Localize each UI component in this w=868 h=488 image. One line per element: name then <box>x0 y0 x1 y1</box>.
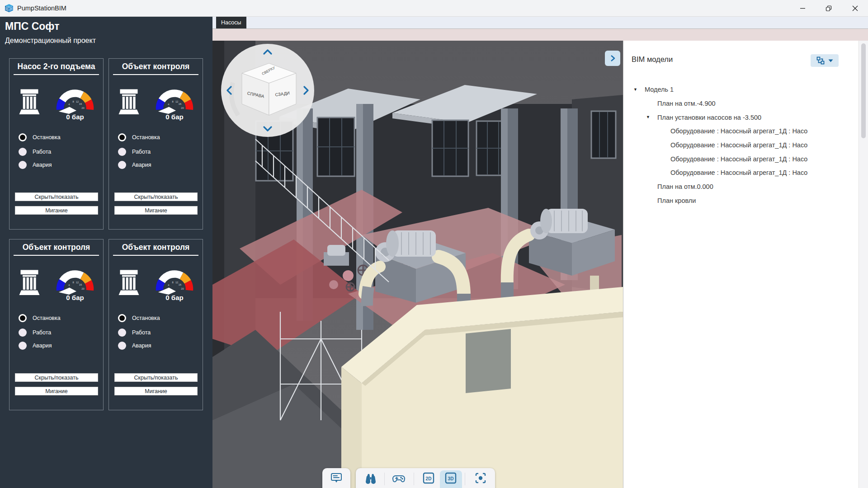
tree-node-plan[interactable]: План кровли <box>623 194 859 208</box>
radio-run[interactable]: Работа <box>19 148 51 156</box>
tree-node-model[interactable]: ▼ Модель 1 <box>623 83 859 97</box>
pump-panel-2: Объект контроля 4 8 12 16 20 0 бар Остан… <box>108 58 203 230</box>
gamepad-icon[interactable] <box>392 472 405 484</box>
radio-alarm[interactable]: Авария <box>19 342 52 350</box>
tree-node-equipment[interactable]: Оборудование : Насосный агрегат_1Д : Нас… <box>623 166 859 180</box>
3d-viewport[interactable]: СВЕРХУ СПРАВА СЗАДИ <box>212 41 623 488</box>
svg-text:4: 4 <box>68 103 70 106</box>
radio-dot[interactable] <box>19 161 27 169</box>
annotation-toolbar <box>322 468 350 488</box>
title-underline <box>113 74 198 75</box>
svg-text:12: 12 <box>175 100 178 103</box>
pressure-value: 0 бар <box>52 294 98 301</box>
svg-text:16: 16 <box>79 103 82 105</box>
svg-text:20: 20 <box>81 287 84 290</box>
close-button[interactable] <box>842 0 868 17</box>
radio-run[interactable]: Работа <box>118 148 151 156</box>
3d-view-icon[interactable]: 3D <box>444 472 457 484</box>
title-underline <box>113 255 198 256</box>
collapse-panel-button[interactable] <box>605 51 620 66</box>
maximize-button[interactable] <box>816 0 842 17</box>
pressure-gauge: 4 8 12 16 20 <box>52 87 98 115</box>
radio-dot[interactable] <box>118 314 126 322</box>
zoom-fit-icon[interactable] <box>474 472 487 484</box>
svg-text:2D: 2D <box>426 476 432 481</box>
tree-node-equipment[interactable]: Оборудование : Насосный агрегат_1Д : Нас… <box>623 138 859 152</box>
blink-button[interactable]: Мигание <box>15 387 98 395</box>
tree-view-mode-button[interactable] <box>811 54 839 67</box>
radio-dot[interactable] <box>118 342 126 350</box>
radio-run[interactable]: Работа <box>19 328 51 337</box>
panel-title: Объект контроля <box>9 243 103 252</box>
expanded-arrow-icon[interactable]: ▼ <box>646 115 650 119</box>
radio-stop[interactable]: Остановка <box>19 133 61 141</box>
blink-button[interactable]: Мигание <box>15 206 98 215</box>
blink-button[interactable]: Мигание <box>114 206 198 215</box>
window-title: PumpStationBIM <box>17 5 66 12</box>
hierarchy-icon <box>816 56 825 65</box>
radio-alarm[interactable]: Авария <box>118 161 151 169</box>
svg-text:4: 4 <box>68 284 70 286</box>
toolbar-divider <box>384 473 385 485</box>
pump-icon <box>19 265 40 301</box>
radio-alarm[interactable]: Авария <box>118 342 151 350</box>
radio-stop[interactable]: Остановка <box>118 133 160 141</box>
tree-node-plan-pumps[interactable]: ▼ План установки насосов на -3.500 <box>623 110 859 124</box>
pressure-gauge: 4 8 12 16 20 <box>52 267 98 296</box>
toolbar-divider <box>414 473 414 485</box>
radio-dot[interactable] <box>118 148 126 156</box>
bim-models-panel: BIM модели ▼ Модель 1 План на отм.-4.900… <box>623 41 859 488</box>
svg-text:16: 16 <box>79 283 82 286</box>
radio-dot[interactable] <box>19 328 27 337</box>
svg-text:16: 16 <box>179 283 181 286</box>
panel-title: Объект контроля <box>109 243 203 252</box>
title-bar: PumpStationBIM <box>0 0 868 17</box>
svg-text:8: 8 <box>172 281 173 284</box>
chevron-right-icon <box>608 54 617 63</box>
svg-text:4: 4 <box>168 284 169 286</box>
2d-view-icon[interactable]: 2D <box>422 472 435 484</box>
svg-text:20: 20 <box>81 107 84 109</box>
hide-show-button[interactable]: Скрыть/показать <box>114 373 198 382</box>
tree-node-equipment[interactable]: Оборудование : Насосный агрегат_1Д : Нас… <box>623 152 859 166</box>
svg-text:20: 20 <box>181 107 184 109</box>
binoculars-icon[interactable] <box>364 472 377 484</box>
radio-dot[interactable] <box>118 328 126 337</box>
radio-dot[interactable] <box>19 314 27 322</box>
tree-node-plan[interactable]: План на отм.0.000 <box>623 180 859 194</box>
project-subtitle: Демонстрационный проект <box>5 37 96 45</box>
radio-dot[interactable] <box>19 342 27 350</box>
radio-dot[interactable] <box>19 148 27 156</box>
radio-dot[interactable] <box>19 133 27 141</box>
tab-pumps[interactable]: Насосы <box>216 17 246 28</box>
svg-text:12: 12 <box>76 281 79 284</box>
expanded-arrow-icon[interactable]: ▼ <box>633 87 637 92</box>
blink-button[interactable]: Мигание <box>114 387 198 395</box>
app-icon <box>5 4 14 13</box>
pump-panel-3: Объект контроля 4 8 12 16 20 0 бар Остан… <box>9 239 104 410</box>
svg-text:8: 8 <box>72 281 74 284</box>
radio-stop[interactable]: Остановка <box>118 314 160 322</box>
radio-dot[interactable] <box>118 161 126 169</box>
navigation-cube[interactable]: СВЕРХУ СПРАВА СЗАДИ <box>220 43 315 138</box>
radio-run[interactable]: Работа <box>118 328 151 337</box>
hide-show-button[interactable]: Скрыть/показать <box>15 192 98 201</box>
hide-show-button[interactable]: Скрыть/показать <box>114 192 198 201</box>
model-tree: ▼ Модель 1 План на отм.-4.900 ▼ План уст… <box>623 83 859 207</box>
tree-node-equipment[interactable]: Оборудование : Насосный агрегат_1Д : Нас… <box>623 124 859 138</box>
scada-sidebar: МПС Софт Демонстрационный проект Насос 2… <box>0 17 212 488</box>
pump-panel-1: Насос 2-го подъема 4 8 12 16 20 0 бар Ос… <box>9 58 104 230</box>
radio-alarm[interactable]: Авария <box>19 161 52 169</box>
pump-icon <box>19 84 40 120</box>
minimize-button[interactable] <box>789 0 816 17</box>
scrollbar-thumb[interactable] <box>861 43 866 138</box>
panel-title: Объект контроля <box>109 62 203 71</box>
pressure-gauge: 4 8 12 16 20 <box>152 267 197 296</box>
radio-dot[interactable] <box>118 133 126 141</box>
hide-show-button[interactable]: Скрыть/показать <box>15 373 98 382</box>
svg-text:4: 4 <box>168 103 169 106</box>
tree-node-plan[interactable]: План на отм.-4.900 <box>623 97 859 111</box>
radio-stop[interactable]: Остановка <box>19 314 61 322</box>
vertical-scrollbar[interactable] <box>859 41 868 488</box>
annotation-icon[interactable] <box>330 472 343 484</box>
